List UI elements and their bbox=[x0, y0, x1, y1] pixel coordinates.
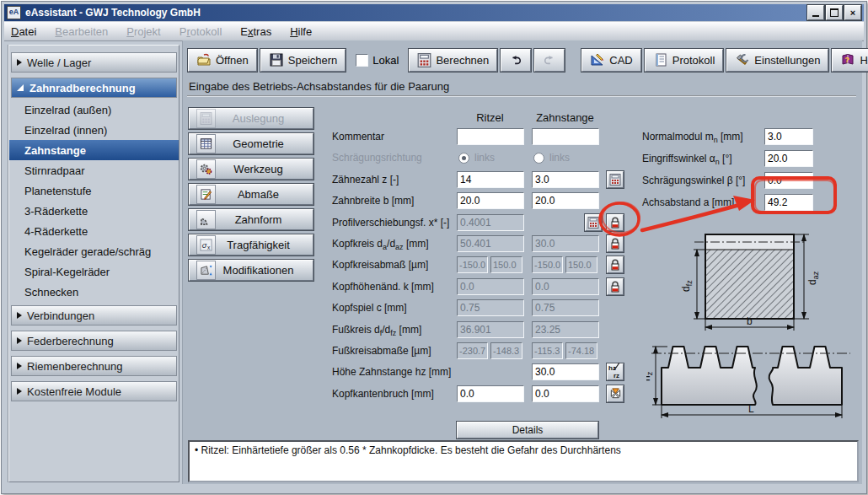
row-schraegungsrichtung: Schrägungsrichtung links links bbox=[332, 149, 635, 166]
row-fusskreis: Fußkreis df/dfz [mm] bbox=[332, 321, 635, 338]
field-label: Zahnbreite b [mm] bbox=[332, 192, 457, 209]
sidebar-section-riemenberechnung[interactable]: Riemenberechnung bbox=[11, 356, 177, 376]
menubar: Datei Bearbeiten Projekt Protokoll Extra… bbox=[4, 22, 864, 41]
sidebar-item-einzelrad-innen[interactable]: Einzelrad (innen) bbox=[9, 120, 179, 140]
lock-icon bbox=[609, 217, 621, 229]
minimize-button[interactable] bbox=[807, 5, 824, 20]
menu-extras[interactable]: Extras bbox=[240, 25, 271, 38]
protocol-label: Protokoll bbox=[672, 54, 715, 67]
kopfhoehenaend-lock-button[interactable] bbox=[607, 278, 624, 295]
document-icon bbox=[653, 52, 668, 67]
sidebar-item-stirnradpaar[interactable]: Stirnradpaar bbox=[9, 160, 179, 180]
sidebar-section-welle-lager[interactable]: Welle / Lager bbox=[11, 52, 177, 73]
abmasse-button[interactable]: Abmaße bbox=[189, 184, 313, 205]
calculate-button[interactable]: Berechnen bbox=[409, 49, 497, 72]
kopfkreisabmass-lock-button[interactable] bbox=[607, 256, 624, 273]
chevron-expanded-icon bbox=[17, 84, 24, 92]
auslegung-label: Auslegung bbox=[217, 112, 308, 125]
help-button[interactable]: ? Hilfe bbox=[832, 49, 868, 72]
kommentar-ritzel-input[interactable] bbox=[457, 128, 524, 145]
zahnform-button[interactable]: Zahnform bbox=[189, 209, 313, 230]
hoehe-zahnstange-input[interactable] bbox=[532, 363, 599, 380]
profilverschiebung-calculator-button[interactable] bbox=[585, 214, 602, 231]
sidebar-section-kostenfreie-module[interactable]: Kostenfreie Module bbox=[11, 381, 177, 401]
maximize-button[interactable] bbox=[826, 5, 843, 20]
row-schraegungswinkel: Schrägungswinkel β [°] bbox=[642, 172, 838, 189]
settings-button[interactable]: Einstellungen bbox=[726, 49, 828, 72]
zaehnezahl-calculator-button[interactable] bbox=[607, 171, 624, 188]
modifikationen-button[interactable]: Modifikationen bbox=[189, 260, 313, 281]
chevron-right-icon bbox=[17, 388, 22, 395]
kopfkantenbruch-ritzel-input[interactable] bbox=[457, 385, 524, 402]
open-button[interactable]: Öffnen bbox=[188, 49, 257, 72]
field-label: Höhe Zahnstange hz [mm] bbox=[332, 363, 457, 380]
chevron-right-icon bbox=[17, 363, 22, 369]
sidebar-item-kegelraeder[interactable]: Kegelräder gerade/schräg bbox=[9, 241, 179, 261]
auslegung-button: Auslegung bbox=[189, 108, 313, 129]
row-kopfspiel: Kopfspiel c [mm] bbox=[332, 299, 635, 316]
eingriffswinkel-input[interactable] bbox=[764, 150, 813, 167]
rack-profile-diagram: hz L bbox=[646, 331, 855, 423]
sidebar-item-zahnstange[interactable]: Zahnstange bbox=[9, 140, 179, 160]
save-button[interactable]: Speichern bbox=[260, 49, 346, 72]
menu-hilfe[interactable]: Hilfe bbox=[290, 25, 312, 38]
field-label: Kommentar bbox=[332, 128, 457, 145]
profilverschiebung-lock-button[interactable] bbox=[607, 214, 624, 231]
sidebar-item-einzelrad-aussen[interactable]: Einzelrad (außen) bbox=[9, 100, 179, 120]
sidebar-item-3-raederkette[interactable]: 3-Räderkette bbox=[9, 201, 179, 221]
calculator-icon bbox=[196, 109, 216, 128]
details-button[interactable]: Details bbox=[457, 422, 598, 439]
achsabstand-input[interactable] bbox=[764, 194, 813, 211]
local-checkbox-group: Lokal bbox=[356, 54, 399, 67]
ritzel-links-radio-group: links bbox=[458, 149, 495, 164]
geometrie-button[interactable]: Geometrie bbox=[189, 133, 313, 154]
sidebar-section-verbindungen[interactable]: Verbindungen bbox=[11, 305, 177, 326]
zahnbreite-ritzel-input[interactable] bbox=[457, 192, 524, 209]
undo-button[interactable] bbox=[501, 49, 531, 72]
kopfkreis-lock-button[interactable] bbox=[607, 235, 624, 252]
fusskreisabmasse-ritzel-lo-input bbox=[457, 342, 488, 359]
protocol-button[interactable]: Protokoll bbox=[645, 49, 724, 72]
calculate-label: Berechnen bbox=[436, 54, 489, 67]
open-folder-icon bbox=[196, 52, 212, 67]
menu-datei[interactable]: Datei bbox=[11, 25, 36, 38]
field-label: Zähnezahl z [-] bbox=[332, 171, 457, 188]
settings-label: Einstellungen bbox=[754, 54, 820, 67]
redo-icon bbox=[543, 54, 556, 66]
hz-rz-button[interactable]: hzrz bbox=[607, 363, 624, 380]
row-kommentar: Kommentar bbox=[332, 128, 635, 145]
sidebar-item-4-raederkette[interactable]: 4-Räderkette bbox=[9, 221, 179, 241]
tragfaehigkeit-button[interactable]: σx Tragfähigkeit bbox=[189, 234, 313, 256]
kopfkantenbruch-chamfer-button[interactable] bbox=[607, 385, 624, 402]
dim-daz-sub: az bbox=[812, 271, 820, 279]
close-button[interactable]: × bbox=[844, 5, 861, 20]
zahnform-label: Zahnform bbox=[217, 213, 308, 226]
toolbar: Öffnen Speichern Lokal Berechnen bbox=[188, 48, 868, 72]
main-content: Öffnen Speichern Lokal Berechnen bbox=[182, 40, 862, 484]
sidebar-item-planetenstufe[interactable]: Planetenstufe bbox=[9, 180, 179, 201]
local-checkbox[interactable] bbox=[356, 54, 368, 67]
zahnbreite-zahnstange-input[interactable] bbox=[532, 192, 599, 209]
sidebar-section-zahnradberechnung[interactable]: Zahnradberechnung bbox=[11, 78, 177, 98]
sidebar-item-spiral-kegelraeder[interactable]: Spiral-Kegelräder bbox=[9, 261, 179, 282]
fusskreisabmasse-ritzel-hi-input bbox=[490, 342, 522, 359]
zaehnezahl-ritzel-input[interactable] bbox=[457, 171, 524, 188]
floppy-disk-icon bbox=[269, 52, 284, 67]
kopfkantenbruch-zahnstange-input[interactable] bbox=[532, 385, 599, 402]
row-zaehnezahl: Zähnezahl z [-] bbox=[332, 171, 635, 188]
save-label: Speichern bbox=[288, 54, 338, 67]
normalmodul-input[interactable] bbox=[764, 128, 813, 145]
kommentar-zahnstange-input[interactable] bbox=[532, 128, 599, 145]
sidebar-section-federberechnung[interactable]: Federberechnung bbox=[11, 331, 177, 351]
sidebar: Welle / Lager Zahnradberechnung Einzelra… bbox=[8, 45, 179, 482]
field-label: Profilverschiebungsf. x* [-] bbox=[332, 214, 457, 231]
sidebar-item-schnecken[interactable]: Schnecken bbox=[9, 282, 179, 302]
menu-bearbeiten: Bearbeiten bbox=[55, 25, 108, 38]
werkzeug-button[interactable]: Werkzeug bbox=[189, 159, 313, 180]
field-label: Kopfkantenbruch [mm] bbox=[332, 385, 457, 402]
calculator-icon bbox=[587, 217, 599, 229]
cad-button[interactable]: CAD bbox=[581, 49, 640, 72]
schraegungswinkel-input[interactable] bbox=[764, 172, 813, 189]
zaehnezahl-zahnstange-input[interactable] bbox=[532, 171, 599, 188]
calculator-icon bbox=[417, 53, 431, 67]
